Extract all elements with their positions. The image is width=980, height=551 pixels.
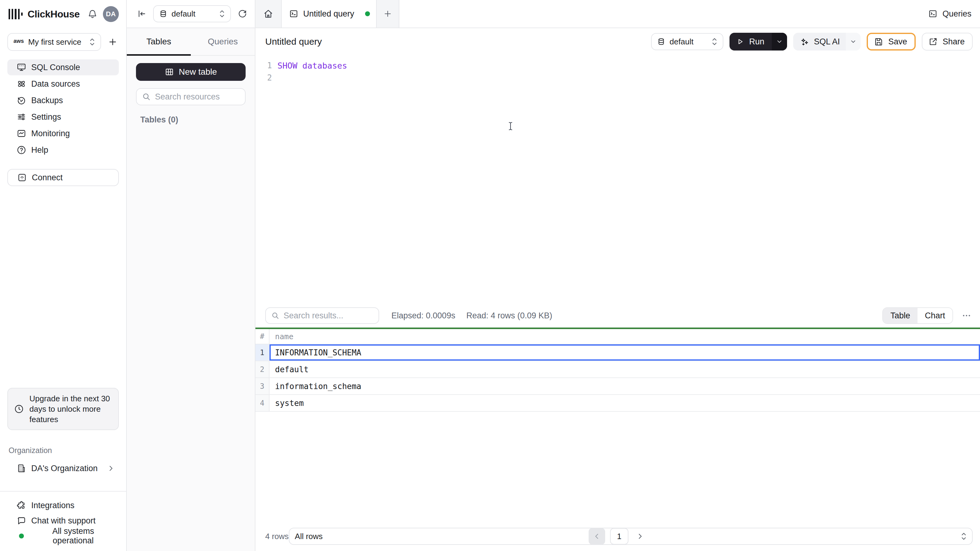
- bell-icon: [88, 9, 97, 19]
- table-row[interactable]: 3 information_schema: [255, 378, 980, 395]
- new-query-tab-button[interactable]: [377, 0, 399, 27]
- footer-item-label: Chat with support: [31, 516, 95, 526]
- upgrade-notice-text: Upgrade in the next 30 days to unlock mo…: [29, 393, 113, 425]
- next-page-button[interactable]: [633, 528, 647, 545]
- row-count: 4 rows: [265, 532, 289, 541]
- sidebar-item-label: Settings: [31, 112, 61, 122]
- system-status-link[interactable]: All systems operational: [7, 528, 119, 544]
- run-options-caret[interactable]: [772, 33, 787, 51]
- sidebar-item-settings[interactable]: Settings: [7, 109, 119, 125]
- home-button[interactable]: [255, 0, 281, 27]
- add-service-button[interactable]: [107, 36, 119, 48]
- sidebar-item-monitoring[interactable]: Monitoring: [7, 125, 119, 141]
- footer-item-label: Integrations: [31, 501, 75, 510]
- chevron-left-icon: [593, 533, 601, 540]
- settings-sliders-icon: [16, 112, 26, 122]
- results-search-input[interactable]: [283, 311, 373, 321]
- service-selector[interactable]: aws My first service: [7, 33, 101, 51]
- sidebar-item-help[interactable]: Help: [7, 142, 119, 158]
- avatar[interactable]: DA: [103, 6, 119, 22]
- connect-button[interactable]: Connect: [7, 169, 119, 186]
- results-table: # name 1 INFORMATION_SCHEMA 2 default 3 …: [255, 329, 980, 412]
- upgrade-notice[interactable]: Upgrade in the next 30 days to unlock mo…: [7, 388, 119, 430]
- tables-section-label: Tables (0): [140, 115, 255, 125]
- database-selector[interactable]: default: [153, 5, 231, 22]
- table-row[interactable]: 4 system: [255, 395, 980, 412]
- save-button[interactable]: Save: [867, 33, 916, 51]
- building-icon: [16, 464, 26, 473]
- refresh-icon: [238, 9, 247, 19]
- chat-bubble-icon: [16, 516, 26, 526]
- query-database-selector[interactable]: default: [651, 33, 723, 50]
- query-tab-active[interactable]: Untitled query: [281, 0, 377, 27]
- connect-icon: [17, 173, 27, 183]
- brand-title: ClickHouse: [27, 9, 80, 20]
- row-index: 3: [255, 378, 269, 394]
- run-label: Run: [749, 37, 764, 46]
- page-number-button[interactable]: 1: [610, 528, 628, 545]
- new-table-label: New table: [179, 67, 217, 77]
- organization-switcher[interactable]: DA's Organization: [7, 460, 119, 476]
- clock-icon: [14, 404, 24, 414]
- organization-name: DA's Organization: [31, 464, 102, 473]
- sidebar-item-label: Data sources: [31, 79, 80, 89]
- collapse-panel-button[interactable]: [135, 8, 148, 20]
- resource-search: [136, 88, 246, 105]
- sql-editor[interactable]: 1 SHOW databases 2: [255, 55, 980, 307]
- sql-ai-main[interactable]: SQL AI: [793, 33, 846, 51]
- integrations-link[interactable]: Integrations: [7, 498, 119, 513]
- query-header: Untitled query default Run: [255, 28, 980, 55]
- monitoring-chart-icon: [16, 129, 26, 138]
- sidebar-item-backups[interactable]: Backups: [7, 92, 119, 108]
- database-icon: [159, 10, 167, 18]
- resource-search-input[interactable]: [155, 92, 240, 102]
- editor-line: 1 SHOW databases: [255, 59, 980, 71]
- tab-tables[interactable]: Tables: [127, 28, 191, 55]
- text-cursor-icon: [508, 121, 513, 131]
- read-stat: Read: 4 rows (0.09 KB): [466, 311, 552, 321]
- sidebar-item-data-sources[interactable]: Data sources: [7, 76, 119, 92]
- refresh-button[interactable]: [236, 8, 249, 20]
- queries-button[interactable]: Queries: [928, 9, 971, 19]
- view-toggle-table[interactable]: Table: [883, 308, 918, 323]
- sidebar-item-sql-console[interactable]: SQL Console: [7, 59, 119, 75]
- sparkles-icon: [800, 37, 809, 46]
- chevron-down-icon: [776, 38, 783, 45]
- clickhouse-logo-icon: [9, 9, 23, 19]
- cell-name[interactable]: information_schema: [269, 378, 980, 394]
- column-header-index: #: [255, 329, 269, 344]
- chevron-down-icon: [850, 38, 857, 45]
- results-more-button[interactable]: [960, 310, 973, 322]
- puzzle-icon: [16, 500, 26, 510]
- table-row[interactable]: 1 INFORMATION_SCHEMA: [255, 345, 980, 361]
- query-actions: default Run SQL AI: [651, 33, 973, 51]
- run-button[interactable]: Run: [730, 33, 787, 51]
- run-button-main[interactable]: Run: [730, 33, 772, 51]
- sql-ai-caret[interactable]: [846, 33, 861, 51]
- row-index: 2: [255, 361, 269, 378]
- share-icon: [929, 37, 938, 46]
- prev-page-button[interactable]: [589, 528, 605, 545]
- new-table-button[interactable]: New table: [136, 63, 246, 81]
- plus-icon: [383, 9, 392, 18]
- pagination: 1: [589, 528, 647, 545]
- share-button[interactable]: Share: [922, 33, 973, 51]
- notifications-button[interactable]: [86, 8, 99, 20]
- chat-support-link[interactable]: Chat with support: [7, 513, 119, 528]
- chevron-up-down-icon: [219, 10, 225, 18]
- chevron-up-down-icon: [960, 532, 967, 541]
- cell-name[interactable]: system: [269, 395, 980, 411]
- app-root: ClickHouse DA aws My first service SQL C…: [0, 0, 980, 551]
- chevron-right-icon: [107, 465, 115, 472]
- sidebar-item-label: Monitoring: [31, 129, 70, 138]
- cell-name[interactable]: default: [269, 361, 980, 378]
- query-tabstrip: Untitled query Queries: [255, 0, 980, 28]
- table-row[interactable]: 2 default: [255, 361, 980, 378]
- view-toggle-chart[interactable]: Chart: [918, 308, 953, 323]
- sql-ai-button[interactable]: SQL AI: [793, 33, 861, 51]
- tab-queries[interactable]: Queries: [191, 28, 255, 55]
- cell-name[interactable]: INFORMATION_SCHEMA: [269, 345, 980, 360]
- terminal-icon: [928, 9, 937, 18]
- elapsed-stat: Elapsed: 0.0009s: [391, 311, 455, 321]
- sidebar-nav: SQL Console Data sources Backups Setting…: [0, 51, 126, 158]
